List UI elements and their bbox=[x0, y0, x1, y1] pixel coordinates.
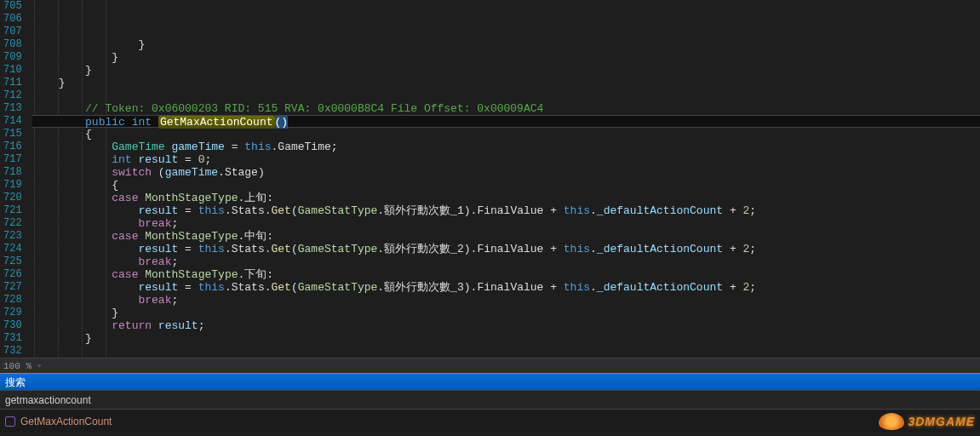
line-number: 730 bbox=[3, 319, 22, 332]
code-line[interactable]: } bbox=[32, 332, 980, 345]
search-panel-header[interactable]: 搜索 bbox=[0, 373, 980, 390]
line-number: 711 bbox=[3, 77, 22, 89]
line-number: 725 bbox=[3, 255, 22, 268]
code-line[interactable]: GameTime gameTime = this.GameTime; bbox=[32, 141, 980, 153]
zoom-value: 100 % bbox=[3, 361, 32, 371]
line-number: 728 bbox=[3, 294, 22, 307]
line-number: 715 bbox=[3, 128, 22, 141]
code-line[interactable]: break; bbox=[32, 294, 980, 307]
line-number: 707 bbox=[3, 26, 22, 38]
line-number: 716 bbox=[3, 141, 22, 153]
code-line[interactable]: } bbox=[32, 38, 980, 51]
line-number: 723 bbox=[3, 230, 22, 243]
code-line[interactable]: { bbox=[32, 179, 980, 192]
code-line[interactable]: switch (gameTime.Stage) bbox=[32, 166, 980, 179]
line-number: 712 bbox=[3, 89, 22, 102]
watermark-text: 3DMGAME bbox=[908, 410, 975, 433]
line-number: 720 bbox=[3, 192, 22, 204]
line-number: 708 bbox=[3, 38, 22, 51]
line-number: 724 bbox=[3, 243, 22, 255]
code-line[interactable]: int result = 0; bbox=[32, 153, 980, 166]
line-number: 714 bbox=[3, 115, 22, 128]
code-line[interactable]: result = this.Stats.Get(GameStatType.額外行… bbox=[32, 204, 980, 217]
code-line[interactable]: return result; bbox=[32, 319, 980, 332]
line-number: 710 bbox=[3, 64, 22, 77]
code-line[interactable]: result = this.Stats.Get(GameStatType.額外行… bbox=[32, 243, 980, 255]
code-line[interactable]: break; bbox=[32, 255, 980, 268]
line-number: 721 bbox=[3, 204, 22, 217]
search-query-row[interactable]: getmaxactioncount bbox=[0, 390, 980, 409]
code-line[interactable]: case MonthStageType.下旬: bbox=[32, 268, 980, 281]
line-number: 718 bbox=[3, 166, 22, 179]
code-line[interactable]: case MonthStageType.中旬: bbox=[32, 230, 980, 243]
code-line[interactable]: // Token: 0x06000203 RID: 515 RVA: 0x000… bbox=[32, 102, 980, 115]
line-number: 706 bbox=[3, 13, 22, 26]
line-number: 717 bbox=[3, 153, 22, 166]
code-line[interactable]: case MonthStageType.上旬: bbox=[32, 192, 980, 204]
code-area[interactable]: } } } } // Token: 0x06000203 RID: 515 RV… bbox=[32, 0, 980, 358]
search-result-row[interactable]: GetMaxActionCount 3DMGAME bbox=[0, 409, 980, 433]
search-query-text: getmaxactioncount bbox=[5, 394, 91, 406]
watermark-logo-icon bbox=[879, 413, 904, 430]
code-line[interactable]: } bbox=[32, 307, 980, 319]
line-number: 722 bbox=[3, 217, 22, 230]
code-line[interactable]: } bbox=[32, 64, 980, 77]
code-line[interactable] bbox=[32, 345, 980, 358]
watermark: 3DMGAME bbox=[879, 410, 975, 433]
code-line[interactable] bbox=[32, 89, 980, 102]
line-number: 705 bbox=[3, 0, 22, 13]
code-line[interactable]: result = this.Stats.Get(GameStatType.額外行… bbox=[32, 281, 980, 294]
code-line[interactable]: { bbox=[32, 128, 980, 141]
line-number: 709 bbox=[3, 51, 22, 64]
line-number: 732 bbox=[3, 345, 22, 358]
search-title: 搜索 bbox=[5, 376, 26, 388]
code-line[interactable]: } bbox=[32, 77, 980, 89]
line-number-gutter: 7057067077087097107117127137147157167177… bbox=[0, 0, 32, 358]
code-line[interactable]: } bbox=[32, 51, 980, 64]
line-number: 727 bbox=[3, 281, 22, 294]
editor-statusbar: 100 % ▾ bbox=[0, 358, 980, 373]
line-number: 731 bbox=[3, 332, 22, 345]
code-line[interactable]: break; bbox=[32, 217, 980, 230]
zoom-indicator[interactable]: 100 % ▾ bbox=[3, 360, 46, 371]
line-number: 726 bbox=[3, 268, 22, 281]
method-icon bbox=[5, 416, 15, 427]
search-result-text: GetMaxActionCount bbox=[20, 410, 112, 433]
code-editor[interactable]: 7057067077087097107117127137147157167177… bbox=[0, 0, 980, 358]
line-number: 719 bbox=[3, 179, 22, 192]
line-number: 713 bbox=[3, 102, 22, 115]
code-line[interactable]: public int GetMaxActionCount() bbox=[32, 115, 980, 128]
line-number: 729 bbox=[3, 307, 22, 319]
